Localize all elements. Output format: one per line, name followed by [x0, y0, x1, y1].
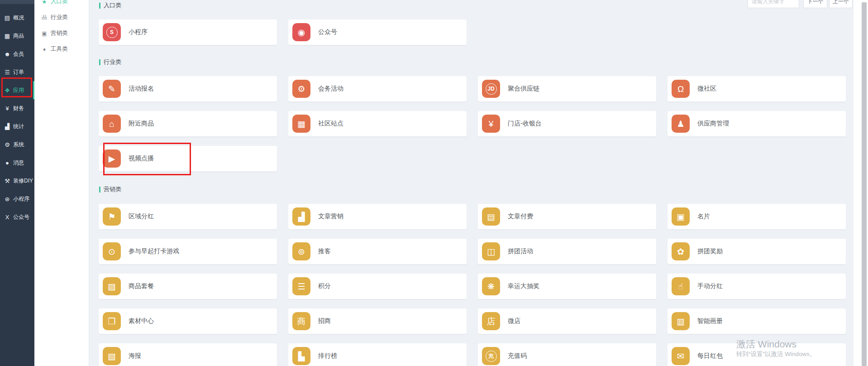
category-item-label: 行业类: [51, 14, 68, 21]
sidebar-item-miniprogram[interactable]: ⊛ 小程序: [0, 190, 34, 208]
category-item-industry[interactable]: 品 行业类: [34, 10, 89, 25]
entry-category-icon: ★: [41, 0, 48, 5]
section-grid: ✎ 活动报名 ⚙ 会务活动 JD 聚合供应链 Ω 微社区 ⌂: [99, 76, 846, 172]
store-cashier-icon: ¥: [482, 115, 500, 133]
app-card-material-center[interactable]: ❒ 素材中心: [99, 308, 277, 334]
app-card-label: 每日红包: [697, 352, 723, 360]
app-card-label: 附近商品: [129, 120, 154, 128]
recharge-code-icon: 充: [482, 347, 500, 365]
app-card-group-reward[interactable]: ✿ 拼团奖励: [668, 239, 846, 265]
app-card-goods-package[interactable]: ▨ 商品套餐: [99, 274, 277, 299]
marketing-category-icon: ▣: [41, 30, 48, 37]
app-card-label: 活动报名: [129, 85, 154, 93]
app-card-article-pay[interactable]: ▤ 文章付费: [478, 204, 656, 230]
main-sidebar: ▤ 概况 ▦ 商品 ☻ 会员 ☰ 订单 ❖ 应用 ¥ 财务: [0, 0, 34, 366]
sidebar-item-official-account[interactable]: Χ 公众号: [0, 208, 34, 226]
scroll-gutter: [854, 0, 868, 366]
sidebar-item-label: 消息: [13, 159, 24, 167]
app-card-community[interactable]: Ω 微社区: [668, 76, 846, 102]
prev-button[interactable]: 上一个: [829, 0, 853, 8]
event-signup-icon: ✎: [103, 80, 121, 98]
app-card-label: 名片: [697, 212, 710, 221]
app-card-label: 供应商管理: [697, 120, 729, 128]
keyword-search-input[interactable]: [748, 0, 799, 8]
sidebar-item-system[interactable]: ⚙ 系统: [0, 135, 34, 154]
sidebar-item-label: 装修DIY: [13, 177, 33, 185]
smart-album-icon: ▥: [672, 312, 690, 330]
scrollbar-thumb[interactable]: [862, 2, 867, 366]
app-card-official-account[interactable]: ◉ 公众号: [288, 19, 467, 45]
business-card-icon: ▣: [672, 207, 690, 226]
app-card-business-card[interactable]: ▣ 名片: [668, 204, 846, 230]
category-sidebar: ★ 入口类 品 行业类 ▣ 营销类 ♦ 工具类: [34, 0, 89, 366]
morning-checkin-game-icon: ⊙: [103, 242, 121, 260]
poster-icon: ▧: [103, 347, 121, 365]
app-card-nearby-goods[interactable]: ⌂ 附近商品: [99, 111, 277, 137]
sidebar-item-members[interactable]: ☻ 会员: [0, 45, 34, 63]
app-card-ranking[interactable]: ▙ 排行榜: [288, 343, 467, 366]
official-account-icon: Χ: [4, 214, 11, 221]
category-item-tools[interactable]: ♦ 工具类: [34, 41, 89, 57]
sidebar-item-apps[interactable]: ❖ 应用: [0, 81, 34, 99]
app-card-label: 拼团活动: [508, 247, 533, 255]
app-card-micro-store[interactable]: 店 微店: [478, 308, 656, 334]
app-card-label: 素材中心: [129, 317, 154, 325]
app-card-manual-dividend[interactable]: ☝ 手动分红: [668, 274, 846, 299]
sidebar-item-stats[interactable]: ▟ 统计: [0, 117, 34, 135]
sidebar-item-overview[interactable]: ▤ 概况: [0, 9, 34, 27]
app-card-label: 积分: [318, 282, 331, 290]
conference-icon: ⚙: [292, 80, 310, 98]
app-card-points[interactable]: ☰ 积分: [288, 274, 467, 299]
ranking-icon: ▙: [292, 347, 310, 365]
sidebar-item-finance[interactable]: ¥ 财务: [0, 99, 34, 117]
app-card-supplier-mgmt[interactable]: ♟ 供应商管理: [668, 111, 846, 137]
app-card-label: 商品套餐: [129, 282, 154, 290]
category-item-label: 入口类: [51, 0, 68, 5]
section-header: 行业类: [99, 59, 121, 65]
app-card-recharge-code[interactable]: 充 充值码: [478, 343, 656, 366]
lucky-draw-icon: ❋: [482, 277, 500, 295]
sidebar-item-messages[interactable]: ● 消息: [0, 154, 34, 172]
app-card-miniprogram[interactable]: S 小程序: [99, 19, 277, 45]
app-card-label: 招商: [318, 317, 331, 325]
app-card-daily-redpacket[interactable]: ✉ 每日红包: [668, 343, 846, 366]
app-card-store-cashier[interactable]: ¥ 门店-收银台: [478, 111, 656, 137]
main-sidebar-nav: ▤ 概况 ▦ 商品 ☻ 会员 ☰ 订单 ❖ 应用 ¥ 财务: [0, 4, 34, 226]
app-card-label: 社区站点: [318, 120, 343, 128]
goods-package-icon: ▨: [103, 277, 121, 295]
app-card-lucky-draw[interactable]: ❋ 幸运大抽奖: [478, 274, 656, 299]
goods-icon: ▦: [4, 33, 11, 39]
next-button[interactable]: 下一个: [803, 0, 827, 8]
category-item-marketing[interactable]: ▣ 营销类: [34, 25, 89, 41]
sidebar-item-diy[interactable]: ⚒ 装修DIY: [0, 172, 34, 190]
app-card-region-dividend[interactable]: ⚑ 区域分红: [99, 204, 277, 230]
section-grid: S 小程序 ◉ 公众号: [99, 19, 846, 45]
sidebar-item-orders[interactable]: ☰ 订单: [0, 63, 34, 81]
category-item-entry[interactable]: ★ 入口类: [34, 0, 89, 10]
app-card-investment[interactable]: 商 招商: [288, 308, 467, 334]
app-card-group-buy[interactable]: ◫ 拼团活动: [478, 239, 656, 265]
community-site-icon: ▦: [292, 115, 310, 133]
official-account-icon: ◉: [292, 23, 310, 41]
sidebar-item-label: 会员: [13, 50, 24, 58]
app-card-label: 手动分红: [697, 282, 723, 290]
app-card-supply-chain[interactable]: JD 聚合供应链: [478, 76, 656, 102]
points-icon: ☰: [292, 277, 310, 295]
app-card-morning-checkin-game[interactable]: ⊙ 参与早起打卡游戏: [99, 239, 277, 265]
app-card-video-on-demand[interactable]: ▶ 视频点播: [99, 146, 277, 172]
sidebar-item-label: 统计: [13, 123, 24, 130]
sidebar-top-strip: [0, 0, 34, 4]
sidebar-item-goods[interactable]: ▦ 商品: [0, 27, 34, 45]
app-card-conference[interactable]: ⚙ 会务活动: [288, 76, 467, 102]
app-card-community-site[interactable]: ▦ 社区站点: [288, 111, 467, 137]
app-card-poster[interactable]: ▧ 海报: [99, 343, 277, 366]
app-card-label: 推客: [318, 247, 331, 255]
app-card-article-marketing[interactable]: ▟ 文章营销: [288, 204, 467, 230]
article-pay-icon: ▤: [482, 207, 500, 226]
miniprogram-icon: S: [103, 23, 121, 41]
section-accent-bar: [99, 187, 100, 193]
app-card-event-signup[interactable]: ✎ 活动报名: [99, 76, 277, 102]
app-card-smart-album[interactable]: ▥ 智能画册: [668, 308, 846, 334]
app-card-promoter[interactable]: ⊚ 推客: [288, 239, 467, 265]
category-item-label: 工具类: [51, 45, 68, 53]
